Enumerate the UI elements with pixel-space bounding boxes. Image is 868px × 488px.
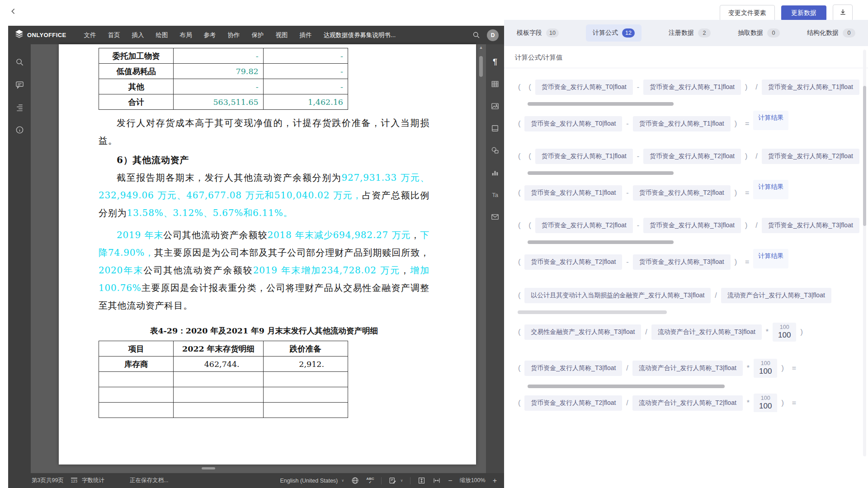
formula-operator[interactable]: ( (528, 221, 531, 230)
globe-icon[interactable] (351, 477, 359, 484)
fraction-chip[interactable]: 100100 (754, 359, 777, 377)
scroll-up-icon[interactable]: ▲ (477, 45, 485, 50)
header-footer-settings-icon[interactable] (490, 123, 500, 133)
menu-item-3[interactable]: 绘图 (150, 31, 174, 39)
formula-row[interactable]: (货币资金_发行人简称_T1|float-货币资金_发行人简称_T2|float… (514, 184, 868, 202)
zoom-in-icon[interactable]: + (493, 477, 497, 485)
navigation-icon[interactable] (15, 103, 24, 112)
formula-operator[interactable]: - (637, 83, 639, 91)
update-data-button[interactable]: 更新数据 (781, 5, 826, 21)
menu-item-8[interactable]: 视图 (270, 31, 294, 39)
document-vertical-scrollbar[interactable]: ▲ (477, 45, 485, 77)
formula-operator[interactable]: ( (518, 189, 520, 197)
scrollbar-thumb[interactable] (479, 56, 483, 77)
search-icon[interactable] (472, 31, 481, 40)
formula-operator[interactable]: / (755, 221, 757, 230)
formula-operator[interactable]: - (626, 189, 628, 197)
formula-operator[interactable]: = (745, 120, 749, 128)
formula-operator[interactable]: / (755, 83, 757, 91)
back-button[interactable] (5, 5, 21, 20)
formula-operator[interactable]: / (645, 328, 647, 336)
formula-row[interactable]: (货币资金_发行人简称_T2|float/流动资产合计_发行人简称_T2|flo… (514, 394, 868, 412)
avatar[interactable]: D (487, 29, 499, 41)
menu-item-6[interactable]: 协作 (222, 31, 246, 39)
formula-operator[interactable]: ) (735, 120, 737, 128)
field-chip[interactable]: 货币资金_发行人简称_T2|float (524, 395, 622, 411)
formula-operator[interactable]: ( (518, 291, 520, 300)
formula-operator[interactable]: - (637, 152, 639, 160)
menu-item-7[interactable]: 保护 (246, 31, 270, 39)
formula-operator[interactable]: ( (518, 258, 520, 266)
formula-horizontal-scrollbar[interactable] (528, 385, 725, 388)
calculation-result-chip[interactable]: 计算结果 (753, 180, 788, 199)
calculation-result-chip[interactable]: 计算结果 (753, 111, 788, 130)
chart-settings-icon[interactable] (490, 168, 500, 178)
calculation-result-chip[interactable]: 计算结果 (753, 249, 788, 268)
formula-row[interactable]: ((货币资金_发行人简称_T0|float-货币资金_发行人简称_T1|floa… (514, 78, 868, 96)
menu-item-9[interactable]: 插件 (294, 31, 318, 39)
panel-scrollbar-thumb[interactable] (863, 86, 866, 226)
formula-operator[interactable]: - (626, 258, 628, 266)
formula-horizontal-scrollbar[interactable] (518, 310, 667, 314)
formula-operator[interactable]: ) (745, 83, 747, 91)
formula-operator[interactable]: / (626, 364, 628, 372)
field-chip[interactable]: 货币资金_发行人简称_T1|float (633, 116, 731, 131)
field-chip[interactable]: 货币资金_发行人简称_T2|float (524, 254, 622, 270)
menu-item-0[interactable]: 文件 (78, 31, 102, 39)
formula-operator[interactable]: ) (735, 258, 737, 266)
formula-operator[interactable]: ( (518, 399, 520, 407)
field-chip[interactable]: 货币资金_发行人简称_T1|float (535, 149, 633, 164)
formula-operator[interactable]: * (747, 399, 750, 407)
formula-operator[interactable]: * (766, 328, 769, 336)
menu-item-5[interactable]: 参考 (198, 31, 222, 39)
field-chip[interactable]: 货币资金_发行人简称_T2|float (762, 149, 859, 164)
field-chip[interactable]: 货币资金_发行人简称_T1|float (524, 185, 622, 201)
word-count-label[interactable]: 字数统计 (82, 477, 104, 484)
field-chip[interactable]: 货币资金_发行人简称_T1|float (762, 80, 859, 95)
field-chip[interactable]: 货币资金_发行人简称_T3|float (524, 361, 622, 376)
track-changes-icon[interactable] (389, 477, 396, 484)
field-chip[interactable]: 流动资产合计_发行人简称_T3|float (651, 324, 762, 340)
formula-row[interactable]: (货币资金_发行人简称_T3|float/流动资产合计_发行人简称_T3|flo… (514, 359, 868, 377)
formula-operator[interactable]: = (792, 364, 796, 372)
formula-operator[interactable]: ) (735, 189, 737, 197)
formula-operator[interactable]: * (747, 364, 750, 372)
formula-row[interactable]: (货币资金_发行人简称_T2|float-货币资金_发行人简称_T3|float… (514, 253, 868, 271)
tab-模板字段[interactable]: 模板字段10 (517, 28, 559, 38)
formula-operator[interactable]: ( (528, 152, 531, 160)
formula-horizontal-scrollbar[interactable] (528, 240, 674, 244)
formula-operator[interactable]: / (755, 152, 757, 160)
field-chip[interactable]: 货币资金_发行人简称_T2|float (535, 218, 633, 233)
fraction-chip[interactable]: 100100 (754, 394, 777, 412)
page-indicator[interactable]: 第3页共99页 (32, 477, 64, 484)
formula-row[interactable]: (交易性金融资产_发行人简称_T3|float/流动资产合计_发行人简称_T3|… (514, 323, 868, 341)
language-selector[interactable]: English (United States) (280, 478, 338, 484)
formula-operator[interactable]: ) (781, 399, 783, 407)
formula-operator[interactable]: = (745, 189, 749, 197)
formula-horizontal-scrollbar[interactable] (528, 102, 674, 106)
tab-抽取数据[interactable]: 抽取数据0 (738, 28, 780, 38)
field-chip[interactable]: 货币资金_发行人简称_T0|float (524, 116, 622, 131)
menu-item-4[interactable]: 布局 (174, 31, 198, 39)
image-settings-icon[interactable] (490, 101, 500, 111)
formula-operator[interactable]: ( (518, 120, 520, 128)
formula-operator[interactable]: ( (518, 328, 520, 336)
formula-operator[interactable]: / (626, 399, 628, 407)
formula-row[interactable]: (货币资金_发行人简称_T0|float-货币资金_发行人简称_T1|float… (514, 115, 868, 133)
formula-operator[interactable]: - (637, 221, 639, 230)
search-icon[interactable] (15, 57, 24, 66)
formula-operator[interactable]: ( (518, 152, 520, 160)
formula-operator[interactable]: ( (528, 83, 531, 91)
change-file-elements-button[interactable]: 变更文件要素 (720, 5, 775, 21)
formula-operator[interactable]: / (715, 291, 717, 300)
table-settings-icon[interactable] (490, 79, 500, 89)
tab-注册数据[interactable]: 注册数据2 (669, 28, 711, 38)
formula-operator[interactable]: = (745, 258, 749, 266)
field-chip[interactable]: 流动资产合计_发行人简称_T3|float (721, 288, 831, 303)
field-chip[interactable]: 交易性金融资产_发行人简称_T3|float (524, 324, 641, 340)
formula-operator[interactable]: = (792, 399, 796, 407)
comments-icon[interactable] (15, 80, 24, 89)
document-page[interactable]: 委托加工物资--低值易耗品79.82-其他--合计563,511.651,462… (59, 44, 476, 465)
fraction-chip[interactable]: 100100 (773, 323, 796, 341)
menu-item-2[interactable]: 插入 (126, 31, 150, 39)
